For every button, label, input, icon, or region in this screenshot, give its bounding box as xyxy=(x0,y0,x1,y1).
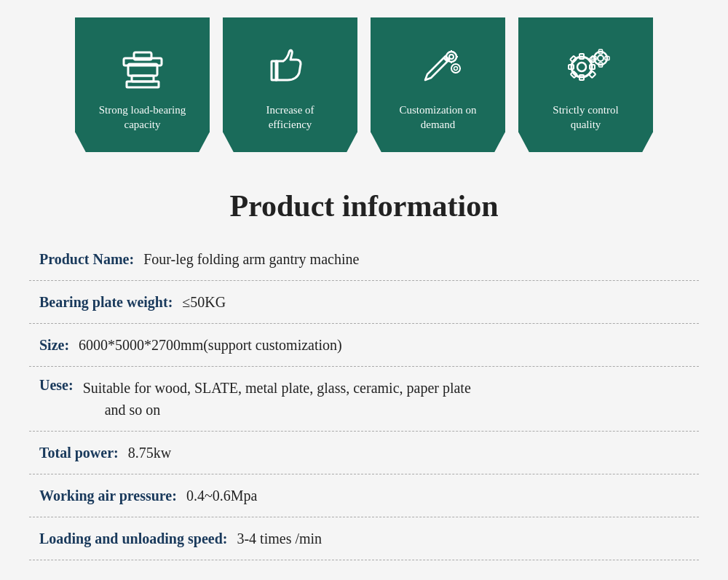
svg-rect-5 xyxy=(272,61,277,80)
icon-card-efficiency: Increase ofefficiency xyxy=(223,17,357,152)
product-info-section: Product Name: Four-leg folding arm gantr… xyxy=(0,238,728,560)
icon-label-efficiency: Increase ofefficiency xyxy=(266,103,314,132)
icon-label-customization: Customization ondemand xyxy=(399,103,476,132)
icon-card-load-bearing: Strong load-bearingcapacity xyxy=(75,17,210,152)
svg-point-13 xyxy=(451,64,460,73)
svg-point-20 xyxy=(577,63,586,71)
page-title: Product information xyxy=(0,188,728,223)
table-row: Loading and unloading speed: 3-4 times /… xyxy=(29,517,699,560)
customization-icon xyxy=(409,38,467,96)
label-size: Size: xyxy=(39,337,69,354)
icon-label-quality: Strictly controlquality xyxy=(553,103,618,132)
label-uses: Uese: xyxy=(39,377,74,394)
svg-point-30 xyxy=(598,55,604,61)
table-row: Uese: Suitable for wood, SLATE, metal pl… xyxy=(29,367,699,432)
table-row: Product Name: Four-leg folding arm gantr… xyxy=(29,238,699,281)
label-total-power: Total power: xyxy=(39,445,119,461)
icon-card-customization: Customization ondemand xyxy=(371,17,505,152)
icon-cards-section: Strong load-bearingcapacity Increase ofe… xyxy=(0,0,728,167)
svg-point-8 xyxy=(449,55,454,59)
svg-rect-25 xyxy=(570,56,577,63)
value-bearing-weight: ≤50KG xyxy=(178,291,226,313)
table-row: Total power: 8.75kw xyxy=(29,432,699,474)
icon-label-load-bearing: Strong load-bearingcapacity xyxy=(99,103,186,132)
value-air-pressure: 0.4~0.6Mpa xyxy=(183,485,257,506)
value-size: 6000*5000*2700mm(support customization) xyxy=(75,334,342,356)
load-bearing-icon xyxy=(114,38,172,96)
table-row: Size: 6000*5000*2700mm(support customiza… xyxy=(29,324,699,367)
svg-rect-4 xyxy=(134,52,151,60)
value-total-power: 8.75kw xyxy=(124,442,171,464)
label-product-name: Product Name: xyxy=(39,251,134,268)
svg-rect-1 xyxy=(127,82,159,87)
efficiency-icon xyxy=(261,38,320,96)
label-air-pressure: Working air pressure: xyxy=(39,488,177,504)
value-product-name: Four-leg folding arm gantry machine xyxy=(140,248,359,270)
value-uses: Suitable for wood, SLATE, metal plate, g… xyxy=(79,377,471,421)
icon-card-quality: Strictly controlquality xyxy=(518,17,653,152)
svg-point-14 xyxy=(454,67,457,71)
table-row: Working air pressure: 0.4~0.6Mpa xyxy=(29,474,699,517)
quality-icon xyxy=(557,38,615,96)
value-loading-speed: 3-4 times /min xyxy=(233,528,322,549)
svg-point-7 xyxy=(446,52,456,62)
label-bearing-weight: Bearing plate weight: xyxy=(39,294,173,311)
table-row: Bearing plate weight: ≤50KG xyxy=(29,281,699,324)
label-loading-speed: Loading and unloading speed: xyxy=(39,531,227,547)
product-title-section: Product information xyxy=(0,167,728,238)
